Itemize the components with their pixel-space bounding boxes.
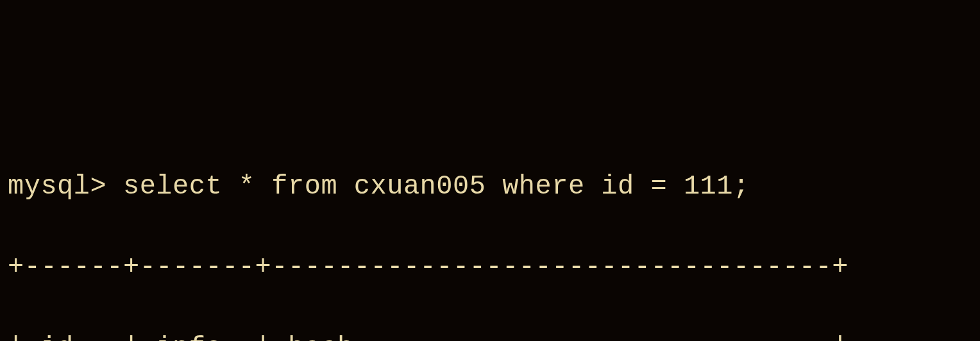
sql-query: select * from cxuan005 where id = 111; [123,171,750,202]
mysql-prompt-line[interactable]: mysql> select * from cxuan005 where id =… [8,167,972,207]
table-header-row: | id | info | hash | [8,328,972,341]
table-border-top: +------+-------+------------------------… [8,247,972,288]
mysql-prompt: mysql> [8,171,123,202]
